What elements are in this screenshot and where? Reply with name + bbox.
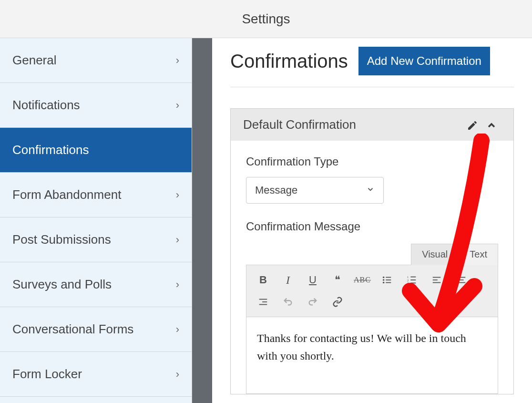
bold-button[interactable]: B [253, 270, 273, 290]
align-center-button[interactable] [451, 270, 471, 290]
chevron-right-icon: › [176, 279, 179, 291]
svg-point-0 [383, 277, 385, 279]
editor-tabs: Visual Text [246, 244, 498, 265]
sidebar-item-label: Form Locker [12, 367, 82, 382]
message-editor: Visual Text B I U ❝ ABC 123 [246, 244, 498, 394]
sidebar-item-surveys-polls[interactable]: Surveys and Polls › [0, 262, 192, 307]
svg-rect-3 [386, 279, 391, 280]
align-left-button[interactable] [427, 270, 447, 290]
svg-rect-5 [386, 282, 391, 283]
confirmation-panel: Default Confirmation Confirmation Type M… [230, 108, 514, 394]
sidebar-item-label: Surveys and Polls [12, 277, 112, 292]
edit-icon[interactable] [463, 117, 482, 132]
chevron-down-icon [366, 184, 375, 196]
sidebar-item-form-abandonment[interactable]: Form Abandonment › [0, 173, 192, 217]
align-right-button[interactable] [253, 292, 273, 312]
sidebar-item-confirmations[interactable]: Confirmations [0, 128, 192, 173]
tab-text[interactable]: Text [459, 244, 498, 265]
confirmation-type-select[interactable]: Message [246, 177, 384, 204]
collapse-icon[interactable] [482, 117, 501, 132]
svg-rect-7 [410, 277, 416, 278]
sidebar-item-notifications[interactable]: Notifications › [0, 83, 192, 128]
underline-button[interactable]: U [303, 270, 323, 290]
chevron-right-icon: › [176, 368, 179, 381]
sidebar-item-label: Conversational Forms [12, 322, 133, 337]
sidebar-item-label: Post Submissions [12, 232, 111, 247]
main-header: Confirmations Add New Confirmation [230, 47, 514, 87]
sidebar-item-label: Form Abandonment [12, 187, 121, 202]
chevron-right-icon: › [176, 99, 179, 112]
svg-point-4 [383, 282, 385, 284]
svg-rect-9 [410, 279, 416, 280]
tab-visual[interactable]: Visual [411, 244, 459, 265]
editor-toolbar: B I U ❝ ABC 123 [246, 265, 498, 317]
bullet-list-button[interactable] [377, 270, 397, 290]
svg-text:3: 3 [407, 281, 409, 285]
svg-rect-11 [410, 283, 416, 284]
chevron-right-icon: › [176, 323, 179, 336]
panel-title: Default Confirmation [243, 117, 356, 132]
add-new-confirmation-button[interactable]: Add New Confirmation [358, 47, 490, 75]
settings-header: Settings [0, 0, 532, 38]
editor-content[interactable]: Thanks for contacting us! We will be in … [246, 317, 498, 394]
select-value: Message [255, 184, 297, 196]
sidebar-item-conversational-forms[interactable]: Conversational Forms › [0, 307, 192, 352]
main-content: Confirmations Add New Confirmation Defau… [212, 38, 532, 403]
link-button[interactable] [327, 292, 348, 312]
chevron-right-icon: › [176, 189, 179, 201]
strikethrough-button[interactable]: ABC [352, 270, 372, 290]
svg-rect-1 [386, 277, 391, 278]
panel-header[interactable]: Default Confirmation [231, 109, 513, 141]
settings-title: Settings [242, 11, 290, 27]
sidebar-item-label: General [12, 53, 57, 68]
page-title: Confirmations [230, 51, 348, 72]
chevron-right-icon: › [176, 234, 179, 246]
svg-point-2 [383, 279, 385, 281]
panel-body: Confirmation Type Message Confirmation M… [231, 141, 513, 394]
sidebar-item-form-locker[interactable]: Form Locker › [0, 352, 192, 397]
divider-gap [192, 38, 212, 403]
chevron-right-icon: › [176, 54, 179, 67]
undo-button[interactable] [278, 292, 298, 312]
settings-sidebar: General › Notifications › Confirmations … [0, 38, 192, 403]
sidebar-item-label: Notifications [12, 98, 80, 113]
sidebar-item-general[interactable]: General › [0, 38, 192, 83]
confirmation-message-label: Confirmation Message [246, 220, 498, 233]
confirmation-type-label: Confirmation Type [246, 155, 498, 168]
italic-button[interactable]: I [278, 270, 298, 290]
numbered-list-button[interactable]: 123 [402, 270, 422, 290]
sidebar-item-label: Confirmations [12, 143, 89, 157]
sidebar-item-post-submissions[interactable]: Post Submissions › [0, 217, 192, 262]
blockquote-button[interactable]: ❝ [327, 270, 348, 290]
redo-button[interactable] [303, 292, 323, 312]
